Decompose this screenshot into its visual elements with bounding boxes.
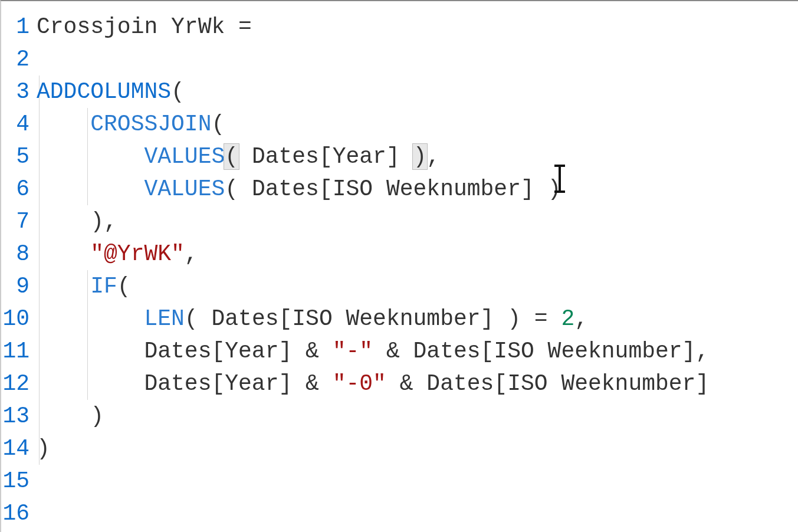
code-content[interactable]: Crossjoin YrWk = ADDCOLUMNS( CROSSJOIN( …	[37, 1, 798, 532]
text-cursor-icon	[559, 165, 561, 193]
comma: ,	[574, 306, 588, 331]
line-number: 15	[1, 465, 37, 497]
comma: ,	[104, 209, 117, 234]
space	[400, 144, 413, 169]
line-number: 14	[1, 432, 37, 465]
code-line[interactable]: )	[37, 432, 798, 465]
line-number: 10	[1, 303, 37, 335]
code-line[interactable]: ),	[37, 205, 798, 238]
operator: &	[373, 339, 413, 364]
line-number: 2	[1, 43, 37, 75]
code-line[interactable]: "@YrWK",	[37, 238, 798, 270]
paren: )	[494, 306, 521, 331]
space	[238, 144, 252, 169]
paren: )	[37, 436, 50, 461]
line-number: 3	[1, 75, 37, 108]
indent	[37, 403, 90, 429]
comma: ,	[426, 144, 440, 169]
operator: =	[521, 306, 561, 331]
matched-paren: (	[224, 143, 239, 170]
line-number: 16	[1, 497, 37, 530]
code-line[interactable]	[37, 465, 798, 497]
indent	[37, 176, 144, 202]
paren: )	[90, 403, 104, 429]
indent	[37, 371, 144, 396]
line-number: 9	[1, 270, 37, 303]
function-name: VALUES	[144, 144, 225, 169]
code-line[interactable]: )	[37, 400, 798, 432]
column-reference: Dates[ISO Weeknumber]	[426, 371, 709, 396]
code-line[interactable]	[37, 497, 798, 530]
code-line[interactable]: CROSSJOIN(	[37, 108, 798, 140]
code-line[interactable]	[37, 43, 798, 75]
indent	[37, 306, 144, 331]
code-line[interactable]: LEN( Dates[ISO Weeknumber] ) = 2,	[37, 303, 798, 335]
line-number: 4	[1, 108, 37, 140]
line-number-gutter: 1 2 3 4 5 6 7 8 9 10 11 12 13 14 15 16	[1, 1, 37, 532]
line-number: 1	[1, 11, 37, 43]
code-line[interactable]: VALUES( Dates[ISO Weeknumber] )	[37, 173, 798, 205]
comma: ,	[185, 241, 198, 267]
identifier: Crossjoin YrWk	[37, 14, 238, 40]
matched-paren: )	[412, 143, 428, 170]
line-number: 8	[1, 238, 37, 270]
paren: )	[90, 209, 104, 234]
line-number: 13	[1, 400, 37, 432]
comma: ,	[695, 339, 709, 364]
function-name: CROSSJOIN	[90, 111, 211, 137]
column-reference: Dates[ISO Weeknumber]	[211, 306, 494, 331]
column-reference: Dates[ISO Weeknumber]	[413, 339, 696, 364]
string-literal: "-"	[333, 339, 373, 364]
code-line[interactable]: ADDCOLUMNS(	[37, 75, 798, 108]
indent	[37, 111, 90, 137]
operator: &	[386, 371, 426, 396]
code-line[interactable]: Dates[Year] & "-" & Dates[ISO Weeknumber…	[37, 335, 798, 367]
column-reference: Dates[Year]	[144, 339, 292, 364]
code-line[interactable]: Dates[Year] & "-0" & Dates[ISO Weeknumbe…	[37, 367, 798, 400]
string-literal: "@YrWK"	[90, 241, 185, 267]
line-number: 12	[1, 367, 37, 400]
column-reference: Dates[Year]	[144, 371, 292, 396]
code-line[interactable]: VALUES( Dates[Year] ),	[37, 140, 798, 173]
paren: )	[534, 176, 561, 202]
line-number: 5	[1, 140, 37, 173]
line-number: 7	[1, 205, 37, 238]
paren: (	[171, 79, 185, 104]
indent	[37, 241, 90, 267]
function-name: ADDCOLUMNS	[37, 79, 171, 104]
line-number: 11	[1, 335, 37, 367]
indent	[37, 209, 90, 234]
paren: (	[117, 274, 131, 299]
function-name: VALUES	[144, 176, 225, 202]
operator: &	[292, 339, 332, 364]
code-editor[interactable]: 1 2 3 4 5 6 7 8 9 10 11 12 13 14 15 16 C…	[1, 1, 798, 532]
indent	[37, 144, 144, 169]
paren: (	[211, 111, 225, 137]
indent	[37, 274, 90, 299]
column-reference: Dates[ISO Weeknumber]	[252, 176, 534, 202]
function-name: LEN	[144, 306, 184, 331]
paren: (	[185, 306, 212, 331]
string-literal: "-0"	[333, 371, 386, 396]
code-line[interactable]: IF(	[37, 270, 798, 303]
line-number: 6	[1, 173, 37, 205]
paren: (	[225, 176, 252, 202]
operator: &	[292, 371, 332, 396]
code-line[interactable]: Crossjoin YrWk =	[37, 11, 798, 43]
function-name: IF	[90, 274, 117, 299]
column-reference: Dates[Year]	[252, 144, 400, 169]
indent	[37, 339, 144, 364]
number-literal: 2	[561, 306, 574, 331]
operator: =	[238, 14, 252, 40]
